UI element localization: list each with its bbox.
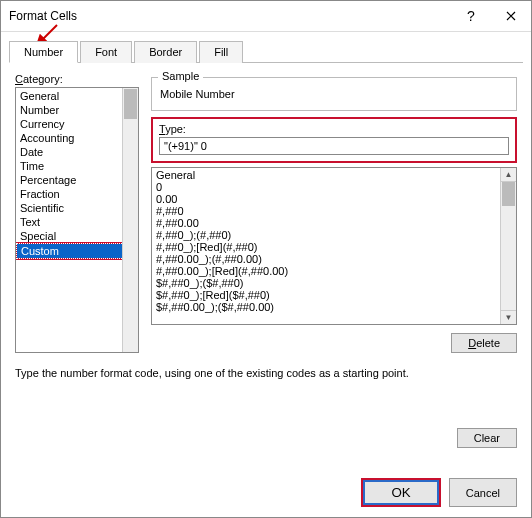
tab-border[interactable]: Border (134, 41, 197, 63)
list-item[interactable]: #,##0.00_);(#,##0.00) (154, 253, 514, 265)
type-label: Type: (159, 123, 509, 135)
list-item[interactable]: #,##0.00_);[Red](#,##0.00) (154, 265, 514, 277)
ok-button-highlight: OK (361, 478, 440, 507)
titlebar: Format Cells ? (1, 1, 531, 32)
sample-box: Sample Mobile Number (151, 77, 517, 111)
list-item[interactable]: General (154, 169, 514, 181)
hint-text: Type the number format code, using one o… (15, 367, 517, 379)
type-section: Type: (151, 117, 517, 163)
format-listbox[interactable]: General 0 0.00 #,##0 #,##0.00 #,##0_);(#… (151, 167, 517, 325)
list-item[interactable]: Fraction (16, 187, 138, 201)
list-item[interactable]: Currency (16, 117, 138, 131)
category-listbox[interactable]: General Number Currency Accounting Date … (15, 87, 139, 353)
format-cells-dialog: Format Cells ? Number Font Border Fill C… (0, 0, 532, 518)
list-item[interactable]: Date (16, 145, 138, 159)
ok-button[interactable]: OK (363, 480, 438, 505)
list-item[interactable]: 0.00 (154, 193, 514, 205)
list-item[interactable]: General (16, 89, 138, 103)
sample-value: Mobile Number (160, 82, 508, 100)
close-button[interactable] (491, 1, 531, 31)
clear-button[interactable]: Clear (457, 428, 517, 448)
list-item[interactable]: $#,##0.00_);($#,##0.00) (154, 301, 514, 313)
list-item[interactable]: Text (16, 215, 138, 229)
list-item[interactable]: #,##0_);[Red](#,##0) (154, 241, 514, 253)
list-item[interactable]: Time (16, 159, 138, 173)
list-item[interactable]: #,##0.00 (154, 217, 514, 229)
list-item[interactable]: #,##0_);(#,##0) (154, 229, 514, 241)
dialog-title: Format Cells (9, 9, 451, 23)
list-item[interactable]: $#,##0_);($#,##0) (154, 277, 514, 289)
highlight-custom: Custom (15, 242, 139, 260)
help-button[interactable]: ? (451, 1, 491, 31)
list-item[interactable]: Percentage (16, 173, 138, 187)
content-area: Category: General Number Currency Accoun… (1, 63, 531, 517)
tab-bar: Number Font Border Fill (9, 40, 523, 63)
list-item-custom[interactable]: Custom (17, 244, 137, 258)
list-item[interactable]: Special (16, 229, 138, 243)
list-item[interactable]: $#,##0_);[Red]($#,##0) (154, 289, 514, 301)
tab-number[interactable]: Number (9, 41, 78, 63)
type-input[interactable] (159, 137, 509, 155)
scrollbar[interactable]: ▲ ▼ (500, 168, 516, 324)
tab-fill[interactable]: Fill (199, 41, 243, 63)
delete-button[interactable]: Delete (451, 333, 517, 353)
scrollbar[interactable] (122, 88, 138, 352)
list-item[interactable]: #,##0 (154, 205, 514, 217)
category-label: Category: (15, 73, 139, 85)
list-item[interactable]: 0 (154, 181, 514, 193)
list-item[interactable]: Scientific (16, 201, 138, 215)
list-item[interactable]: Accounting (16, 131, 138, 145)
tab-font[interactable]: Font (80, 41, 132, 63)
cancel-button[interactable]: Cancel (449, 478, 517, 507)
list-item[interactable]: Number (16, 103, 138, 117)
sample-label: Sample (158, 70, 203, 82)
